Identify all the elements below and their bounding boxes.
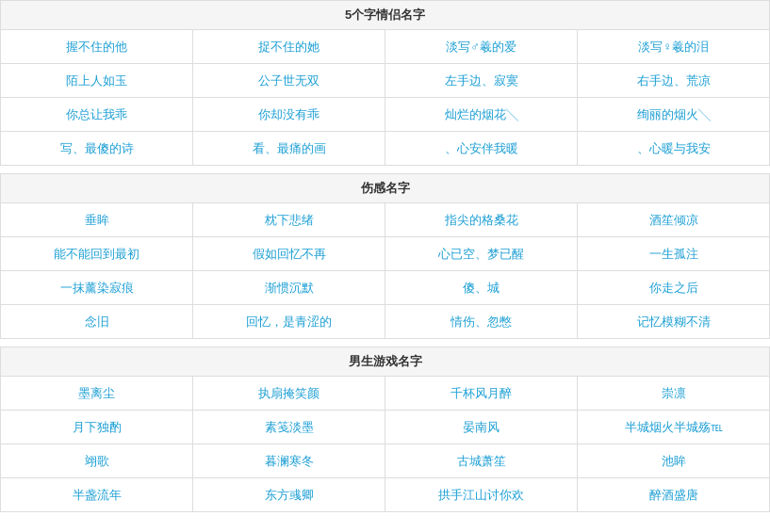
table-cell[interactable]: 执扇掩笑颜 <box>193 376 385 410</box>
table-cell[interactable]: 枕下悲绪 <box>193 202 385 236</box>
grid-five-char-couples: 握不住的他捉不住的她淡写♂羲的爱淡写♀羲的泪陌上人如玉公子世无双左手边、寂寞右手… <box>0 29 770 166</box>
table-cell[interactable]: 、心暖与我安 <box>578 131 770 165</box>
table-cell[interactable]: 月下独酌 <box>1 410 193 443</box>
table-cell[interactable]: 假如回忆不再 <box>193 236 385 270</box>
table-cell[interactable]: 念旧 <box>1 304 193 338</box>
table-cell[interactable]: 淡写♂羲的爱 <box>385 29 578 63</box>
table-cell[interactable]: 右手边、荒凉 <box>578 63 770 97</box>
section-sad-names: 伤感名字垂眸枕下悲绪指尖的格桑花酒笙倾凉能不能回到最初假如回忆不再心已空、梦已醒… <box>0 173 770 339</box>
table-cell[interactable]: 能不能回到最初 <box>1 236 193 270</box>
table-cell[interactable]: 醉酒盛唐 <box>578 477 770 511</box>
table-cell[interactable]: 渐惯沉默 <box>193 270 385 304</box>
table-cell[interactable]: 垂眸 <box>1 202 193 236</box>
table-cell[interactable]: 公子世无双 <box>193 63 385 97</box>
table-cell[interactable]: 心已空、梦已醒 <box>385 236 578 270</box>
table-cell[interactable]: 你却没有乖 <box>193 97 385 131</box>
table-cell[interactable]: 记忆模糊不清 <box>578 304 770 338</box>
table-cell[interactable]: 、心安伴我暖 <box>385 131 578 165</box>
table-cell[interactable]: 指尖的格桑花 <box>385 202 578 236</box>
table-cell[interactable]: 你总让我乖 <box>1 97 193 131</box>
section-five-char-couples: 5个字情侣名字握不住的他捉不住的她淡写♂羲的爱淡写♀羲的泪陌上人如玉公子世无双左… <box>0 0 770 166</box>
table-cell[interactable]: 一生孤注 <box>578 236 770 270</box>
table-cell[interactable]: 傻、城 <box>385 270 578 304</box>
table-cell[interactable]: 捉不住的她 <box>193 29 385 63</box>
grid-male-game-names: 墨离尘执扇掩笑颜千杯风月醉崇凛月下独酌素笺淡墨晏南风半城烟火半城殇℡翊歌暮澜寒冬… <box>0 376 770 512</box>
table-cell[interactable]: 握不住的他 <box>1 29 193 63</box>
table-cell[interactable]: 拱手江山讨你欢 <box>385 477 578 511</box>
table-cell[interactable]: 半城烟火半城殇℡ <box>578 410 770 443</box>
table-cell[interactable]: 绚丽的烟火╲ <box>578 97 770 131</box>
table-cell[interactable]: 看、最痛的画 <box>193 131 385 165</box>
table-cell[interactable]: 素笺淡墨 <box>193 410 385 443</box>
table-cell[interactable]: 陌上人如玉 <box>1 63 193 97</box>
table-cell[interactable]: 回忆，是青涩的 <box>193 304 385 338</box>
section-title-male-game-names: 男生游戏名字 <box>0 347 770 376</box>
table-cell[interactable]: 千杯风月醉 <box>385 376 578 410</box>
table-cell[interactable]: 写、最傻的诗 <box>1 131 193 165</box>
table-cell[interactable]: 情伤、忽憋 <box>385 304 578 338</box>
table-cell[interactable]: 灿烂的烟花╲ <box>385 97 578 131</box>
table-cell[interactable]: 古城萧笙 <box>385 443 578 477</box>
table-cell[interactable]: 墨离尘 <box>1 376 193 410</box>
table-cell[interactable]: 东方彧卿 <box>193 477 385 511</box>
grid-sad-names: 垂眸枕下悲绪指尖的格桑花酒笙倾凉能不能回到最初假如回忆不再心已空、梦已醒一生孤注… <box>0 202 770 339</box>
table-cell[interactable]: 酒笙倾凉 <box>578 202 770 236</box>
table-cell[interactable]: 暮澜寒冬 <box>193 443 385 477</box>
table-cell[interactable]: 你走之后 <box>578 270 770 304</box>
section-title-five-char-couples: 5个字情侣名字 <box>0 0 770 29</box>
table-cell[interactable]: 晏南风 <box>385 410 578 443</box>
table-cell[interactable]: 左手边、寂寞 <box>385 63 578 97</box>
table-cell[interactable]: 一抹薰染寂痕 <box>1 270 193 304</box>
section-title-sad-names: 伤感名字 <box>0 173 770 202</box>
section-male-game-names: 男生游戏名字墨离尘执扇掩笑颜千杯风月醉崇凛月下独酌素笺淡墨晏南风半城烟火半城殇℡… <box>0 347 770 512</box>
table-cell[interactable]: 崇凛 <box>578 376 770 410</box>
table-cell[interactable]: 半盏流年 <box>1 477 193 511</box>
table-cell[interactable]: 池眸 <box>578 443 770 477</box>
table-cell[interactable]: 淡写♀羲的泪 <box>578 29 770 63</box>
page-container: 5个字情侣名字握不住的他捉不住的她淡写♂羲的爱淡写♀羲的泪陌上人如玉公子世无双左… <box>0 0 770 512</box>
table-cell[interactable]: 翊歌 <box>1 443 193 477</box>
